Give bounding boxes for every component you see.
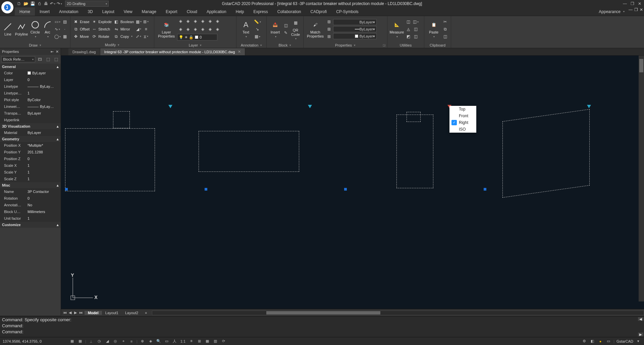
dyn-icon[interactable]: ⊕ [140, 338, 146, 344]
saveas-icon[interactable]: ⎙ [36, 1, 42, 7]
util-icon-1[interactable]: ◫ [405, 18, 412, 25]
rect-icon[interactable]: ▭▾ [54, 18, 61, 25]
command-line[interactable]: Command: Specify opposite corner: Comman… [0, 316, 644, 337]
view-marker-2[interactable] [308, 105, 312, 108]
snap-grid-icon[interactable]: ▦ [69, 338, 75, 344]
doc-tab-2[interactable]: Integral 63 -3P contactor breaker withou… [100, 48, 245, 55]
prop-pz-value[interactable]: 0 [26, 155, 61, 162]
tab-help[interactable]: Help [231, 7, 249, 16]
prop-sz-value[interactable]: 1 [26, 176, 61, 182]
layer-icon-9[interactable]: ◈ [192, 26, 199, 32]
tab-view[interactable]: View [119, 7, 137, 16]
anno-scale-icon[interactable]: 人 [172, 338, 178, 344]
menu-item-right[interactable]: Right [449, 119, 476, 126]
layer-icon-8[interactable]: ◈ [184, 26, 191, 32]
section-viz[interactable]: 3D Visualization [2, 124, 30, 128]
prop-px-value[interactable]: *Multiple* [26, 142, 61, 149]
move-button[interactable]: ✥Move [72, 33, 90, 40]
osnap-icon[interactable]: ◎ [112, 338, 118, 344]
layer-icon-2[interactable]: ◈ [184, 18, 191, 24]
nav-prev-icon[interactable]: ◀ [68, 310, 72, 315]
grip-1[interactable] [65, 188, 68, 191]
prop-linew-value[interactable]: ——— ByLay… [26, 103, 61, 110]
layer-icon-4[interactable]: ◈ [199, 18, 206, 24]
section-customize[interactable]: Customize [2, 223, 21, 227]
brand-dropdown-icon[interactable]: ▾ [635, 338, 641, 344]
save-icon[interactable]: 💾 [30, 1, 36, 7]
insert-button[interactable]: 📥Insert▾ [269, 17, 282, 42]
cmd-scroll[interactable]: ◀▶ [638, 317, 643, 336]
selobj-icon[interactable]: ⬚ [53, 56, 59, 63]
clean-icon[interactable]: ▭ [605, 338, 611, 344]
prop-icon-3[interactable]: ⊞ [326, 33, 332, 40]
pickadd-icon[interactable]: ⬚ [45, 56, 51, 63]
prop-icon-1[interactable]: ⊞ [326, 18, 332, 25]
prop-plotstyle-value[interactable]: ByColor [26, 96, 61, 103]
tab-add-layout[interactable]: + [142, 311, 150, 315]
layer-combo[interactable]: 💡 ☀ 🔒 0 [177, 34, 217, 41]
layer-icon-7[interactable]: ◈ [177, 26, 184, 32]
layer-icon-3[interactable]: ◈ [192, 18, 199, 24]
close-props-icon[interactable]: ✕ [56, 50, 59, 54]
tab-export[interactable]: Export [161, 7, 182, 16]
grip-2[interactable] [205, 188, 207, 191]
tab-cpsymbols[interactable]: CP-Symbols [331, 7, 363, 16]
settings-icon[interactable]: ⚙ [581, 338, 587, 344]
new-icon[interactable]: 🗋 [16, 1, 22, 7]
notification-icon[interactable]: ● [597, 338, 603, 344]
close-icon[interactable]: ✕ [637, 1, 643, 6]
layer-icon-1[interactable]: ◈ [177, 18, 184, 24]
mdi-minimize-icon[interactable]: — [628, 7, 633, 16]
match-properties-button[interactable]: 🖌Match Properties [306, 17, 325, 42]
section-general[interactable]: General [2, 65, 16, 69]
view-marker-4[interactable] [587, 105, 591, 108]
offset-button[interactable]: ⧉Offset [72, 26, 90, 32]
lineweight-combo[interactable]: ━━ ByLayer ▾ [333, 26, 377, 32]
lock-ui-icon[interactable]: ▥ [212, 338, 218, 344]
section-misc[interactable]: Misc [2, 183, 10, 187]
tab-manage[interactable]: Manage [137, 7, 161, 16]
tab-annotation[interactable]: Annotation [54, 7, 83, 16]
region-icon[interactable]: ▦ [61, 33, 68, 40]
spline-icon[interactable]: ∿▾ [54, 26, 61, 32]
cycling-icon[interactable]: ◈ [148, 338, 154, 344]
paste-button[interactable]: 📋Paste▾ [426, 17, 441, 42]
grid-icon[interactable]: ▦ [77, 338, 83, 344]
horizontal-scrollbar[interactable] [152, 310, 644, 315]
menu-item-top[interactable]: Top [449, 106, 476, 113]
prop-uf-value[interactable]: 1 [26, 215, 61, 222]
dim-icon[interactable]: 📏▾ [254, 18, 261, 25]
menu-item-iso[interactable]: ISO [449, 126, 476, 133]
tab-3d[interactable]: 3D [83, 7, 97, 16]
ortho-icon[interactable]: ⟂ [88, 338, 94, 344]
close-tab-icon[interactable]: ✕ [238, 50, 241, 54]
restore-icon[interactable]: ❐ [629, 1, 635, 6]
prop-rot-value[interactable]: 0 [26, 195, 61, 202]
iso-icon[interactable]: ◢ [104, 338, 110, 344]
mdi-restore-icon[interactable]: ❐ [633, 7, 639, 16]
layer-icon-10[interactable]: ◈ [199, 26, 206, 32]
fillet-icon[interactable]: ◢▾ [135, 26, 142, 32]
tab-application[interactable]: Application [202, 7, 231, 16]
anno-vis-icon[interactable]: ✳ [188, 338, 194, 344]
rotate-button[interactable]: ⟳Rotate [91, 33, 112, 40]
tab-collaboration[interactable]: Collaboration [273, 7, 306, 16]
workspace-selector[interactable]: 2D Drafting ▾ [65, 1, 109, 7]
lwt-icon[interactable]: ≡ [128, 338, 135, 344]
util-icon-6[interactable]: ◫ [412, 33, 419, 40]
point-icon[interactable]: · [61, 26, 68, 32]
tab-layout1[interactable]: Layout1 [102, 311, 122, 315]
line-button[interactable]: Line [2, 17, 14, 42]
grid-disp-icon[interactable]: ▦ [204, 338, 210, 344]
magnifier-icon[interactable]: 🔍 [156, 338, 162, 344]
tab-cadprofi[interactable]: CADprofi [306, 7, 332, 16]
prop-anno-value[interactable]: No [26, 202, 61, 208]
prop-transp-value[interactable]: ByLayer [26, 110, 61, 117]
print-icon[interactable]: 🖶 [43, 1, 49, 7]
prop-hyper-value[interactable] [26, 117, 61, 123]
tab-layout[interactable]: Layout [98, 7, 119, 16]
ellipse-icon[interactable]: ◯▾ [54, 33, 61, 40]
util-icon-5[interactable]: ◫ [412, 26, 419, 32]
cut-icon[interactable]: ✂ [442, 18, 448, 25]
polar-icon[interactable]: ◷ [96, 338, 102, 344]
